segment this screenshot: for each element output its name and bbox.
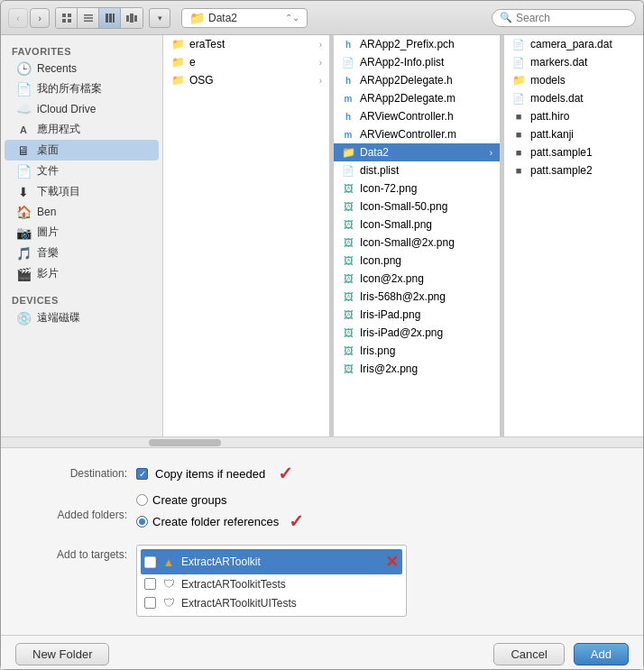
col2-arviewcontroller-h[interactable]: h ARViewController.h (334, 107, 500, 125)
action-buttons: Cancel Add (493, 643, 629, 665)
cancel-button[interactable]: Cancel (493, 643, 564, 665)
target-tests-checkbox[interactable] (144, 578, 156, 590)
col2-icon2x[interactable]: 🖼 Icon@2x.png (334, 270, 500, 288)
add-button[interactable]: Add (574, 643, 629, 665)
sidebar-item-icloud[interactable]: ☁️ iCloud Drive (5, 99, 159, 119)
col1-osg[interactable]: 📁 OSG › (163, 71, 329, 89)
view-list-button[interactable] (78, 8, 99, 28)
path-control[interactable]: 📁 Data2 ⌃⌄ (181, 8, 308, 28)
create-groups-radio[interactable] (136, 494, 148, 506)
col3-camera-para[interactable]: 📄 camera_para.dat (504, 35, 643, 53)
png-icon: 🖼 (341, 219, 355, 230)
view-more-button[interactable]: ▾ (149, 8, 170, 28)
movies-icon: 🎬 (15, 267, 32, 281)
col3-patt-sample2[interactable]: ■ patt.sample2 (504, 161, 643, 179)
column-3: 📄 camera_para.dat 📄 markers.dat 📁 models… (504, 35, 643, 436)
file-icon: ■ (511, 165, 526, 176)
col2-arviewcontroller-m[interactable]: m ARViewController.m (334, 125, 500, 143)
sidebar-item-ben[interactable]: 🏠 Ben (5, 202, 159, 222)
col2-arapp2delegate-h[interactable]: h ARApp2Delegate.h (334, 71, 500, 89)
forward-button[interactable]: › (30, 8, 50, 28)
col2-iconsmall50[interactable]: 🖼 Icon-Small-50.png (334, 197, 500, 216)
col2-dist-plist[interactable]: 📄 dist.plist (334, 161, 500, 179)
sidebar-item-recents[interactable]: 🕒 Recents (5, 59, 159, 78)
desktop-icon: 🖥 (15, 143, 32, 158)
scroll-thumb[interactable] (149, 439, 221, 446)
col2-iris-ipad[interactable]: 🖼 Iris-iPad.png (334, 306, 500, 324)
m-file-icon: m (341, 94, 355, 104)
col3-markers-dat[interactable]: 📄 markers.dat (504, 53, 643, 71)
sidebar-item-desktop[interactable]: 🖥 桌面 (5, 140, 159, 161)
sidebar-item-downloads[interactable]: ⬇ 下載項目 (5, 181, 159, 202)
svg-rect-3 (68, 19, 71, 23)
downloads-icon: ⬇ (15, 185, 32, 199)
create-groups-label: Create groups (152, 493, 226, 507)
col2-iris-ipad2x[interactable]: 🖼 Iris-iPad@2x.png (334, 324, 500, 342)
dat-icon: 📄 (511, 93, 526, 105)
col3-models-folder[interactable]: 📁 models › (504, 71, 643, 89)
target-uitests-checkbox[interactable] (144, 597, 156, 609)
create-folder-refs-radio[interactable] (136, 516, 148, 528)
file-browser: Favorites 🕒 Recents 📄 我的所有檔案 ☁️ iCloud D… (1, 35, 643, 436)
col3-patt-kanji[interactable]: ■ patt.kanji (504, 125, 643, 143)
svg-rect-11 (130, 14, 133, 23)
svg-rect-12 (134, 15, 137, 22)
col3-patt-hiro[interactable]: ■ patt.hiro (504, 107, 643, 125)
devices-title: Devices (1, 291, 162, 307)
favorites-title: Favorites (1, 42, 162, 59)
target-uitests[interactable]: 🛡 ExtractARToolkitUITests (141, 593, 402, 612)
sidebar-item-movies[interactable]: 🎬 影片 (5, 263, 159, 284)
search-box[interactable]: 🔍 (492, 9, 636, 27)
sidebar-item-documents[interactable]: 📄 文件 (5, 161, 159, 181)
new-folder-button[interactable]: New Folder (15, 643, 109, 665)
sidebar-item-music[interactable]: 🎵 音樂 (5, 243, 159, 263)
nav-buttons: ‹ › (8, 8, 50, 28)
back-button[interactable]: ‹ (8, 8, 28, 28)
file-icon: ■ (511, 129, 526, 140)
col3-models-dat[interactable]: 📄 models.dat (504, 89, 643, 107)
col3-patt-sample1[interactable]: ■ patt.sample1 (504, 143, 643, 161)
search-input[interactable] (516, 12, 628, 24)
col2-iconsmall2x[interactable]: 🖼 Icon-Small@2x.png (334, 234, 500, 252)
arrow-icon: › (319, 40, 322, 50)
target-tests-label: ExtractARToolkitTests (181, 578, 286, 591)
copy-items-label: Copy items if needed (155, 467, 265, 481)
target-tests[interactable]: 🛡 ExtractARToolkitTests (141, 574, 402, 593)
sidebar-item-applications[interactable]: A 應用程式 (5, 119, 159, 140)
col2-icon[interactable]: 🖼 Icon.png (334, 252, 500, 270)
photos-icon: 📷 (15, 225, 32, 240)
col2-data2[interactable]: 📁 Data2 › (334, 143, 500, 161)
sidebar-item-all-files[interactable]: 📄 我的所有檔案 (5, 78, 159, 99)
png-icon: 🖼 (341, 237, 355, 248)
sidebar-item-disk[interactable]: 💿 遠端磁碟 (5, 307, 159, 328)
png-icon: 🖼 (341, 327, 355, 338)
target-extractar[interactable]: ▲ ExtractARToolkit ✕ (141, 549, 402, 574)
col2-iris[interactable]: 🖼 Iris.png (334, 342, 500, 360)
col2-iconsmall[interactable]: 🖼 Icon-Small.png (334, 216, 500, 234)
col2-arapp2delegate-m[interactable]: m ARApp2Delegate.m (334, 89, 500, 107)
copy-items-checkbox[interactable] (136, 468, 148, 480)
svg-rect-9 (113, 14, 115, 23)
col2-iris2x[interactable]: 🖼 Iris@2x.png (334, 360, 500, 378)
col1-aratest[interactable]: 📁 eraTest › (163, 35, 329, 53)
arrow-icon: › (490, 148, 492, 158)
search-icon: 🔍 (500, 12, 512, 23)
target-extractar-checkbox[interactable] (144, 556, 156, 568)
scroll-track (1, 436, 643, 447)
columns-area: 📁 eraTest › 📁 e › 📁 OSG › (163, 35, 643, 436)
toolbar: ‹ › (1, 1, 643, 35)
col2-iris568h[interactable]: 🖼 Iris-568h@2x.png (334, 288, 500, 306)
folder-icon: 📁 (170, 56, 185, 69)
file-icon: ■ (511, 147, 526, 158)
view-coverflow-button[interactable] (121, 8, 143, 28)
col1-e[interactable]: 📁 e › (163, 53, 329, 71)
view-icons-button[interactable] (56, 8, 78, 28)
music-icon: 🎵 (15, 246, 32, 261)
svg-rect-0 (62, 14, 66, 17)
view-column-button[interactable] (99, 8, 121, 28)
col2-icon72[interactable]: 🖼 Icon-72.png (334, 179, 500, 197)
folder-icon: 📁 (189, 11, 205, 25)
col2-arapp2prefix[interactable]: h ARApp2_Prefix.pch (334, 35, 500, 53)
col2-arapp2info[interactable]: 📄 ARApp2-Info.plist (334, 53, 500, 71)
sidebar-item-photos[interactable]: 📷 圖片 (5, 222, 159, 243)
